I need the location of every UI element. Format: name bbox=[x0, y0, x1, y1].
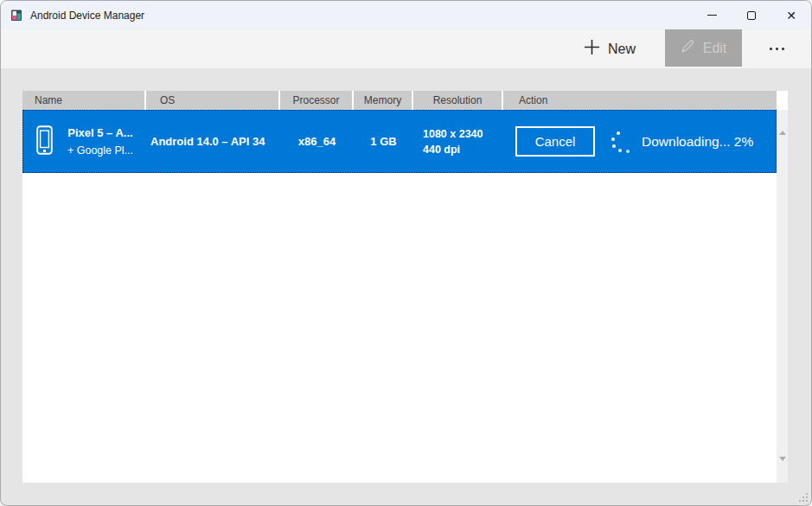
device-resolution: 1080 x 2340 440 dpi bbox=[413, 110, 503, 173]
scroll-up-button[interactable] bbox=[779, 116, 786, 131]
android-device-manager-window: Android Device Manager ✕ New bbox=[0, 0, 812, 506]
resolution-dpi: 440 dpi bbox=[423, 142, 460, 157]
plus-icon bbox=[584, 39, 600, 59]
resize-grip[interactable] bbox=[796, 490, 809, 503]
progress-spinner-icon bbox=[610, 131, 632, 153]
close-button[interactable]: ✕ bbox=[771, 1, 811, 29]
device-name: Pixel 5 – A... bbox=[63, 125, 137, 142]
new-button-label: New bbox=[608, 42, 636, 57]
table-header: Name OS Processor Memory Resolution Acti… bbox=[22, 91, 777, 110]
window-controls: ✕ bbox=[692, 1, 811, 29]
column-header-name[interactable]: Name bbox=[22, 91, 146, 110]
column-header-processor[interactable]: Processor bbox=[280, 91, 354, 110]
pencil-icon bbox=[681, 39, 695, 57]
phone-icon bbox=[36, 125, 53, 158]
titlebar: Android Device Manager ✕ bbox=[1, 1, 811, 29]
device-memory: 1 GB bbox=[354, 110, 413, 173]
ellipsis-icon bbox=[770, 48, 784, 50]
device-action-cell: Cancel Downloading... 2% bbox=[503, 110, 777, 173]
edit-button-label: Edit bbox=[703, 41, 727, 56]
minimize-icon bbox=[707, 15, 717, 16]
device-row-pixel-5[interactable]: Pixel 5 – A... + Google Pl... Android 14… bbox=[22, 110, 777, 173]
device-os: Android 14.0 – API 34 bbox=[146, 110, 280, 173]
more-options-button[interactable] bbox=[756, 29, 797, 68]
column-header-action[interactable]: Action bbox=[503, 91, 777, 110]
new-device-button[interactable]: New bbox=[573, 29, 646, 68]
maximize-icon bbox=[747, 11, 756, 20]
scroll-down-button[interactable] bbox=[779, 461, 786, 477]
column-header-resolution[interactable]: Resolution bbox=[413, 91, 503, 110]
device-processor: x86_64 bbox=[280, 110, 354, 173]
arrow-down-icon bbox=[779, 457, 786, 476]
device-name-cell: Pixel 5 – A... + Google Pl... bbox=[22, 110, 146, 173]
app-icon bbox=[10, 9, 23, 22]
device-name-sub: + Google Pl... bbox=[63, 142, 137, 159]
column-header-os[interactable]: OS bbox=[146, 91, 280, 110]
download-status: Downloading... 2% bbox=[642, 134, 753, 150]
maximize-button[interactable] bbox=[732, 1, 771, 29]
edit-device-button[interactable]: Edit bbox=[665, 29, 742, 67]
arrow-up-icon bbox=[779, 116, 786, 135]
column-header-memory[interactable]: Memory bbox=[354, 91, 413, 110]
vertical-scrollbar[interactable] bbox=[777, 110, 788, 483]
close-icon: ✕ bbox=[786, 10, 796, 22]
cancel-button[interactable]: Cancel bbox=[515, 126, 595, 157]
device-table: Name OS Processor Memory Resolution Acti… bbox=[22, 91, 788, 483]
toolbar: New Edit bbox=[1, 29, 811, 68]
minimize-button[interactable] bbox=[692, 1, 732, 29]
resolution-pixels: 1080 x 2340 bbox=[423, 126, 483, 142]
window-title: Android Device Manager bbox=[30, 10, 144, 22]
